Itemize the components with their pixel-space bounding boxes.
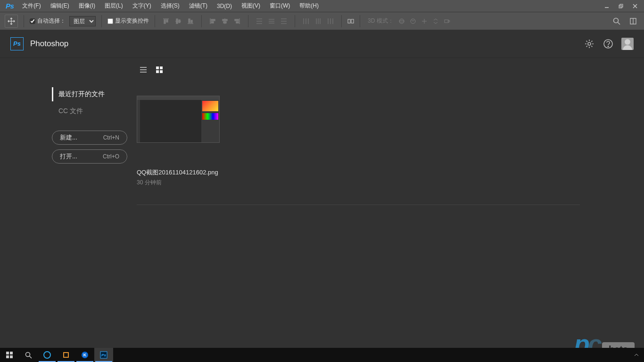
taskbar-photoshop[interactable]: Ps [94,348,113,362]
recent-file-thumbnail[interactable] [137,96,220,143]
recent-file-name: QQ截图20161104121602.png [137,168,644,177]
start-header: Ps Photoshop [0,30,644,58]
show-transform-checkbox[interactable]: 显示变换控件 [107,17,149,25]
auto-select-target-dropdown[interactable]: 图层 [69,16,96,26]
svg-point-70 [25,352,30,356]
menu-edit[interactable]: 编辑(E) [46,0,74,12]
svg-rect-1 [619,5,622,8]
svg-rect-65 [160,70,163,73]
menu-select[interactable]: 选择(S) [156,0,184,12]
slide-icon[interactable] [431,17,440,25]
maximize-button[interactable] [614,0,628,11]
pan-icon[interactable] [420,17,429,25]
svg-rect-60 [140,69,147,70]
zoom-3d-icon[interactable] [443,17,451,25]
auto-select-input[interactable] [30,18,35,24]
menu-layer[interactable]: 图层(L) [100,0,128,12]
align-icons-group-2 [207,16,242,26]
move-tool-icon[interactable] [5,15,18,28]
window-controls [600,0,642,11]
menu-view[interactable]: 视图(V) [237,0,265,12]
svg-text:Ps: Ps [101,353,106,357]
align-icons-group-1 [161,16,196,26]
orbit-icon[interactable] [397,17,406,25]
auto-select-checkbox[interactable]: 自动选择： [30,17,66,25]
svg-rect-12 [179,20,180,23]
arrange-documents-icon[interactable] [628,16,639,27]
app-logo-text: Ps [2,2,17,10]
open-label: 打开... [60,152,77,161]
align-vcenter-icon[interactable] [173,16,183,26]
auto-select-label: 自动选择： [37,17,66,25]
svg-rect-18 [211,22,214,23]
grid-view-icon[interactable] [156,66,163,74]
nav-recent-files[interactable]: 最近打开的文件 [52,87,137,101]
recent-files-area: QQ截图20161104121602.png 30 分钟前 [137,67,644,348]
align-left-icon[interactable] [207,16,218,26]
taskbar-app-3[interactable]: K [75,348,94,362]
taskbar-app-1[interactable] [38,348,57,362]
distribute-top-icon[interactable] [254,16,264,26]
svg-rect-69 [10,355,13,358]
menu-image[interactable]: 图像(I) [74,0,100,12]
svg-rect-61 [140,72,147,73]
start-side-nav: 最近打开的文件 CC 文件 [52,87,137,118]
svg-rect-17 [211,19,215,21]
open-shortcut: Ctrl+O [103,153,119,160]
svg-rect-14 [189,19,190,23]
list-view-icon[interactable] [140,66,147,74]
distribute-vcenter-icon[interactable] [266,16,277,26]
distribute-right-icon[interactable] [325,16,336,26]
svg-line-53 [618,22,620,25]
close-button[interactable] [628,0,642,11]
menu-window[interactable]: 窗口(W) [265,0,295,12]
options-right [611,16,639,27]
svg-rect-21 [223,22,226,23]
taskbar-app-2[interactable] [57,348,75,362]
svg-rect-24 [236,22,239,23]
start-screen-body: 最近打开的文件 CC 文件 新建... Ctrl+N 打开... Ctrl+O … [0,58,644,348]
help-icon[interactable] [603,38,614,49]
distribute-left-icon[interactable] [301,16,311,26]
svg-rect-59 [140,67,147,68]
search-icon[interactable] [611,16,622,27]
align-top-icon[interactable] [161,16,171,26]
start-side-column: 最近打开的文件 CC 文件 新建... Ctrl+N 打开... Ctrl+O [52,67,137,348]
taskbar-start-button[interactable] [0,348,19,362]
new-button[interactable]: 新建... Ctrl+N [52,131,127,145]
nav-cc-files[interactable]: CC 文件 [52,104,137,118]
recent-file-time: 30 分钟前 [137,179,644,187]
distribute-bottom-icon[interactable] [279,16,289,26]
divider [101,15,102,27]
divider [201,15,202,27]
svg-rect-67 [10,352,13,354]
svg-rect-62 [156,66,159,69]
tray-up-icon[interactable] [634,352,639,358]
svg-rect-15 [191,20,192,23]
align-hcenter-icon[interactable] [220,16,230,26]
align-bottom-icon[interactable] [185,16,196,26]
user-avatar-icon[interactable] [621,38,634,50]
distribute-icons-group-2 [301,16,336,26]
svg-rect-11 [176,19,178,24]
svg-rect-64 [156,70,159,73]
taskbar-tray[interactable] [634,352,644,358]
taskbar-search-icon[interactable] [19,348,38,362]
settings-gear-icon[interactable] [584,38,595,49]
show-transform-input[interactable] [107,18,113,24]
svg-point-52 [614,18,619,23]
auto-align-icon[interactable] [347,18,354,25]
minimize-button[interactable] [600,0,614,11]
divider [341,15,342,27]
open-button[interactable]: 打开... Ctrl+O [52,149,127,164]
align-right-icon[interactable] [232,16,242,26]
menu-help[interactable]: 帮助(H) [295,0,323,12]
svg-rect-9 [166,20,168,22]
menu-file[interactable]: 文件(F) [17,0,45,12]
menu-type[interactable]: 文字(Y) [128,0,156,12]
menu-filter[interactable]: 滤镜(T) [184,0,212,12]
distribute-hcenter-icon[interactable] [313,16,323,26]
roll-icon[interactable] [409,17,417,25]
svg-rect-2 [620,4,623,7]
menu-3d[interactable]: 3D(D) [212,0,237,12]
